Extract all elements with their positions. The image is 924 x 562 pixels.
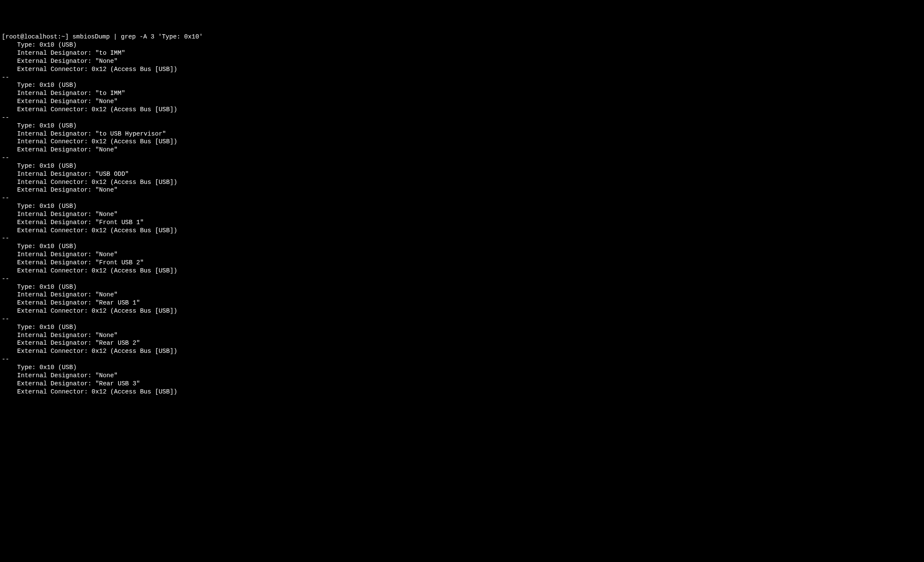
terminal-output: [root@localhost:~] smbiosDump | grep -A …	[2, 33, 922, 396]
output-line: Internal Designator: "None"	[2, 331, 922, 340]
output-line: Internal Designator: "None"	[2, 372, 922, 380]
output-line: External Connector: 0x12 (Access Bus [US…	[2, 267, 922, 275]
separator-line: --	[2, 114, 922, 122]
output-line: Type: 0x10 (USB)	[2, 243, 922, 251]
output-line: External Designator: "None"	[2, 186, 922, 194]
output-line: Type: 0x10 (USB)	[2, 364, 922, 372]
output-line: External Designator: "Rear USB 3"	[2, 380, 922, 388]
output-line: Internal Designator: "None"	[2, 210, 922, 219]
output-line: Type: 0x10 (USB)	[2, 323, 922, 331]
output-line: External Connector: 0x12 (Access Bus [US…	[2, 227, 922, 235]
output-line: External Designator: "Rear USB 1"	[2, 299, 922, 307]
output-line: External Designator: "Rear USB 2"	[2, 339, 922, 347]
output-line: External Connector: 0x12 (Access Bus [US…	[2, 307, 922, 315]
output-line: Internal Connector: 0x12 (Access Bus [US…	[2, 178, 922, 186]
output-line: External Designator: "None"	[2, 146, 922, 154]
output-line: Type: 0x10 (USB)	[2, 81, 922, 89]
output-line: Internal Designator: "to IMM"	[2, 89, 922, 98]
separator-line: --	[2, 194, 922, 202]
output-line: Internal Designator: "None"	[2, 291, 922, 299]
output-line: Type: 0x10 (USB)	[2, 122, 922, 130]
output-line: Type: 0x10 (USB)	[2, 202, 922, 210]
output-line: External Connector: 0x12 (Access Bus [US…	[2, 65, 922, 74]
separator-line: --	[2, 275, 922, 283]
output-line: External Designator: "None"	[2, 57, 922, 65]
output-line: Type: 0x10 (USB)	[2, 283, 922, 291]
separator-line: --	[2, 154, 922, 162]
separator-line: --	[2, 315, 922, 323]
separator-line: --	[2, 355, 922, 364]
output-line: External Connector: 0x12 (Access Bus [US…	[2, 347, 922, 355]
output-line: Internal Designator: "USB ODD"	[2, 170, 922, 178]
output-line: Type: 0x10 (USB)	[2, 41, 922, 49]
output-line: External Connector: 0x12 (Access Bus [US…	[2, 106, 922, 114]
output-line: Internal Connector: 0x12 (Access Bus [US…	[2, 138, 922, 146]
command-prompt: [root@localhost:~] smbiosDump | grep -A …	[2, 33, 922, 41]
output-line: External Connector: 0x12 (Access Bus [US…	[2, 388, 922, 396]
output-line: Internal Designator: "to IMM"	[2, 49, 922, 57]
separator-line: --	[2, 234, 922, 243]
separator-line: --	[2, 74, 922, 82]
output-line: Internal Designator: "to USB Hypervisor"	[2, 130, 922, 138]
output-line: External Designator: "Front USB 1"	[2, 219, 922, 227]
output-line: Internal Designator: "None"	[2, 251, 922, 259]
output-line: External Designator: "Front USB 2"	[2, 259, 922, 267]
output-line: External Designator: "None"	[2, 98, 922, 106]
output-line: Type: 0x10 (USB)	[2, 162, 922, 170]
